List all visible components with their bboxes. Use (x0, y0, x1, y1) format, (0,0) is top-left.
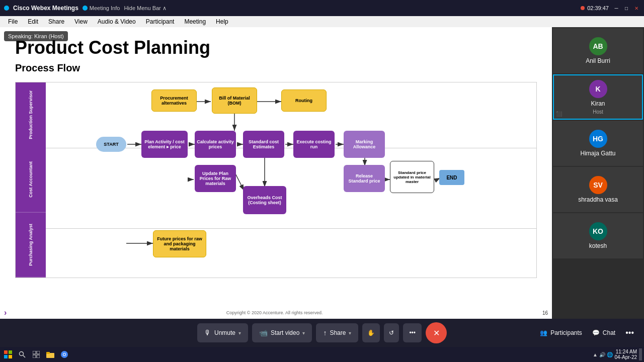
lane-cost-accountant: Cost Accountant (16, 147, 46, 213)
forward-arrow[interactable]: › (4, 308, 7, 317)
reactions-icon: ↺ (389, 329, 394, 336)
svg-rect-19 (4, 355, 8, 358)
window-controls: 02:39:47 ─ □ ✕ (581, 5, 640, 12)
flow-canvas: Procurement alternatives Bill of Materia… (46, 82, 536, 278)
chat-icon: 💬 (592, 329, 600, 336)
node-procurement: Procurement alternatives (151, 89, 197, 112)
show-desktop-button[interactable] (639, 348, 642, 360)
taskbar-left (2, 348, 70, 360)
microphone-icon: 🎙 (204, 329, 211, 337)
svg-line-22 (23, 355, 26, 358)
meeting-info-icon (83, 6, 88, 11)
svg-rect-23 (33, 351, 36, 354)
node-bom: Bill of Material (BOM) (212, 87, 257, 114)
start-menu-button[interactable] (2, 348, 14, 360)
participants-sidebar: AB Anil Burri K Kiran Host ⬛ HG Himaja G… (552, 27, 644, 319)
slide-content: Product Cost Planning Process Flow Produ… (0, 27, 552, 319)
webex-icon (4, 6, 9, 11)
video-icon: 📹 (259, 329, 268, 337)
node-calc-activity: Calculate activity prices (195, 131, 236, 158)
participant-card-kiran[interactable]: K Kiran Host ⬛ (553, 74, 643, 120)
node-update-plan: Update Plan Prices for Raw materials (195, 165, 236, 192)
menu-bar: File Edit Share View Audio & Video Parti… (0, 16, 644, 27)
menu-edit[interactable]: Edit (24, 16, 42, 27)
svg-rect-26 (37, 355, 40, 358)
avatar-shraddha: SV (589, 176, 607, 194)
speaking-indicator: Speaking: Kiran (Host) (4, 31, 68, 41)
lane-sep-2 (46, 228, 536, 229)
search-button[interactable] (16, 348, 28, 360)
hide-menu-bar-button[interactable]: Hide Menu Bar ∧ (124, 5, 166, 12)
toolbar-right: 👥 Participants 💬 Chat ••• (540, 328, 634, 337)
taskbar-clock: 11:24 AM 04-Apr-22 (615, 349, 637, 360)
node-plan-activity: Plan Activity / cost element ▸ price (141, 131, 188, 158)
menu-participant[interactable]: Participant (142, 16, 179, 27)
file-explorer-icon[interactable] (44, 348, 56, 360)
more-options-icon: ••• (409, 329, 416, 336)
svg-rect-24 (37, 351, 40, 354)
menu-meeting[interactable]: Meeting (180, 16, 210, 27)
slide-subtitle: Process Flow (15, 62, 537, 74)
annotate-icon: ✋ (367, 329, 375, 336)
chrome-icon[interactable] (58, 348, 70, 360)
task-view-button[interactable] (30, 348, 42, 360)
node-marking: Marking Allowance (344, 131, 385, 158)
svg-point-31 (63, 353, 65, 355)
node-end: END (439, 170, 464, 185)
participants-button[interactable]: 👥 Participants (540, 329, 582, 336)
unmute-button[interactable]: 🎙 Unmute ▾ (197, 323, 248, 342)
taskbar-right: ▲ 🔊 🌐 11:24 AM 04-Apr-22 (593, 348, 642, 360)
time-display: 02:39:47 (581, 5, 609, 11)
screen-share-icon: ⬛ (556, 111, 562, 117)
lane-labels: Production Supervisor Cost Accountant Pu… (16, 82, 46, 278)
toolbar: 🎙 Unmute ▾ 📹 Start video ▾ ↑ Share ▾ ✋ ↺… (0, 319, 644, 347)
tray-icons: ▲ 🔊 🌐 (593, 352, 612, 357)
svg-rect-18 (9, 350, 12, 354)
avatar-anil: AB (589, 37, 607, 55)
avatar-kiran: K (589, 80, 607, 98)
app-name: Cisco Webex Meetings (13, 5, 78, 12)
toolbar-more-button[interactable]: ••• (625, 328, 634, 337)
svg-rect-20 (9, 355, 12, 358)
participant-name-himaja: Himaja Gattu (580, 150, 615, 157)
lane-purchasing-analyst: Purchasing Analyst (16, 212, 46, 278)
top-bar: Cisco Webex Meetings Meeting Info Hide M… (0, 0, 644, 16)
avatar-kotesh: KO (589, 222, 607, 240)
presentation-footer: › Copyright © 2020 Accenture. All rights… (0, 307, 552, 319)
participant-card-shraddha[interactable]: SV shraddha vasa (553, 167, 643, 212)
svg-rect-17 (4, 350, 8, 354)
taskbar: ▲ 🔊 🌐 11:24 AM 04-Apr-22 (0, 347, 644, 362)
end-call-icon: ✕ (433, 328, 440, 338)
participant-card-anil[interactable]: AB Anil Burri (553, 28, 643, 73)
chat-button[interactable]: 💬 Chat (592, 329, 615, 336)
svg-point-21 (20, 352, 24, 356)
menu-file[interactable]: File (4, 16, 22, 27)
reactions-button[interactable]: ↺ (384, 323, 399, 342)
node-std-cost: Standard cost Estimates (243, 131, 284, 158)
menu-share[interactable]: Share (44, 16, 68, 27)
node-overheads: Overheads Cost (Costing sheet) (243, 186, 286, 214)
menu-view[interactable]: View (70, 16, 92, 27)
share-icon: ↑ (323, 329, 327, 337)
minimize-button[interactable]: ─ (613, 5, 620, 12)
share-button[interactable]: ↑ Share ▾ (316, 323, 358, 342)
flow-diagram: Production Supervisor Cost Accountant Pu… (15, 82, 537, 278)
participants-icon: 👥 (540, 329, 547, 336)
meeting-info-button[interactable]: Meeting Info (83, 5, 120, 11)
menu-help[interactable]: Help (212, 16, 232, 27)
restore-button[interactable]: □ (623, 5, 630, 12)
node-execute: Execute costing run (293, 131, 335, 158)
more-options-button[interactable]: ••• (403, 323, 422, 342)
start-video-button[interactable]: 📹 Start video ▾ (252, 323, 312, 342)
node-future-prices: Future prices for raw and packaging mate… (153, 230, 206, 257)
participant-card-kotesh[interactable]: KO kotesh (553, 213, 643, 258)
participant-name-kotesh: kotesh (589, 242, 607, 249)
end-call-button[interactable]: ✕ (426, 322, 447, 343)
node-release-std: Release Standard price (344, 165, 385, 192)
participant-card-himaja[interactable]: HG Himaja Gattu (553, 121, 643, 166)
close-button[interactable]: ✕ (633, 5, 640, 12)
annotate-button[interactable]: ✋ (362, 323, 380, 342)
menu-audio-video[interactable]: Audio & Video (94, 16, 140, 27)
node-std-price-master: Standard price updated in material maste… (390, 161, 434, 193)
svg-rect-28 (46, 352, 50, 354)
